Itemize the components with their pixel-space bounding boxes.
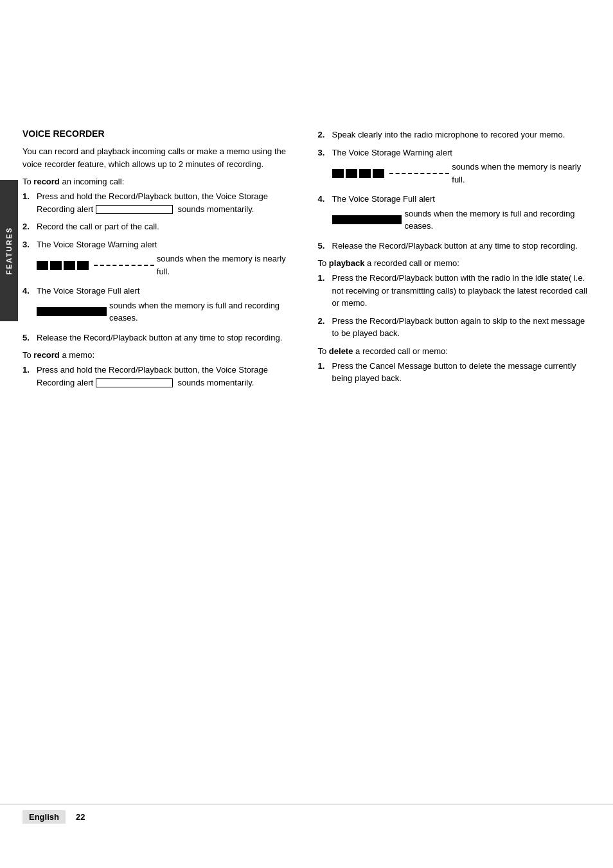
playback-list: 1. Press the Record/Playback button with… <box>318 272 588 340</box>
record-memo-list: 1. Press and hold the Record/Playback bu… <box>22 364 292 389</box>
bold-record: record <box>33 177 59 186</box>
left-column: VOICE RECORDER You can record and playba… <box>22 128 292 791</box>
list-item: 2. Record the call or part of the call. <box>22 220 292 233</box>
page-container: FEATURES VOICE RECORDER You can record a… <box>0 0 613 868</box>
to-playback-label: To playback a recorded call or memo: <box>318 258 588 268</box>
bold-record-memo: record <box>33 350 59 360</box>
step-content: Press the Cancel Message button to delet… <box>332 360 588 385</box>
step-num: 4. <box>22 285 37 297</box>
intro-text: You can record and playback incoming cal… <box>22 145 292 170</box>
sq1 <box>332 169 344 178</box>
footer: English 22 <box>0 804 613 829</box>
step-content: Press and hold the Record/Playback butto… <box>37 364 292 389</box>
step-num: 3. <box>318 146 332 159</box>
list-item: 5. Release the Record/Playback button at… <box>22 332 292 344</box>
step-num: 4. <box>318 193 332 206</box>
alert-outline-icon <box>96 378 173 387</box>
bold-playback: playback <box>329 258 365 268</box>
alert-squares-icon <box>37 261 89 270</box>
warning-alert-right: sounds when the memory is nearly full. <box>332 161 588 186</box>
sq3 <box>64 261 75 270</box>
section-title: VOICE RECORDER <box>22 128 292 139</box>
step-content: The Voice Storage Full alert sounds when… <box>332 193 588 235</box>
list-item: 3. The Voice Storage Warning alert so <box>22 238 292 280</box>
alert-outline-icon <box>96 205 173 214</box>
to-record-call-label: To record an incoming call: <box>22 177 292 186</box>
step-content: The Voice Storage Warning alert sounds w… <box>37 238 292 280</box>
list-item: 2. Press the Record/Playback button agai… <box>318 315 588 340</box>
sq2 <box>50 261 62 270</box>
list-item: 1. Press the Record/Playback button with… <box>318 272 588 310</box>
alert-squares-icon <box>332 169 384 178</box>
sq1 <box>37 261 48 270</box>
step-num: 1. <box>22 364 37 376</box>
sq2 <box>346 169 357 178</box>
step-num: 2. <box>318 128 332 141</box>
list-item: 4. The Voice Storage Full alert sounds w… <box>318 193 588 235</box>
step-num: 1. <box>22 190 37 203</box>
step-content: Press the Record/Playback button again t… <box>332 315 588 340</box>
list-item: 2. Speak clearly into the radio micropho… <box>318 128 588 141</box>
step-num: 1. <box>318 272 332 285</box>
step-content: Speak clearly into the radio microphone … <box>332 128 588 141</box>
sidebar-features: FEATURES <box>0 180 18 321</box>
dashed-line <box>389 173 450 174</box>
step-num: 2. <box>22 220 37 233</box>
footer-language: English <box>22 810 66 824</box>
step-num: 5. <box>318 240 332 252</box>
full-alert: sounds when the memory is full and recor… <box>37 299 292 324</box>
step-content: The Voice Storage Full alert sounds when… <box>37 285 292 326</box>
sq4 <box>373 169 384 178</box>
bold-delete: delete <box>329 346 353 356</box>
right-column: 2. Speak clearly into the radio micropho… <box>318 128 588 791</box>
step-num: 2. <box>318 315 332 328</box>
to-record-memo-label: To record a memo: <box>22 350 292 360</box>
to-delete-label: To delete a recorded call or memo: <box>318 346 588 356</box>
list-item: 1. Press the Cancel Message button to de… <box>318 360 588 385</box>
step-content: Press and hold the Record/Playback butto… <box>37 190 292 215</box>
list-item: 1. Press and hold the Record/Playback bu… <box>22 364 292 389</box>
step-content: The Voice Storage Warning alert sounds w… <box>332 146 588 188</box>
list-item: 1. Press and hold the Record/Playback bu… <box>22 190 292 215</box>
list-item: 4. The Voice Storage Full alert sounds w… <box>22 285 292 326</box>
list-item: 3. The Voice Storage Warning alert so <box>318 146 588 188</box>
step-num: 5. <box>22 332 37 344</box>
delete-list: 1. Press the Cancel Message button to de… <box>318 360 588 385</box>
dashed-line <box>94 265 154 266</box>
step-content: Record the call or part of the call. <box>37 220 292 233</box>
record-call-list: 1. Press and hold the Record/Playback bu… <box>22 190 292 344</box>
alert-filled-icon <box>37 307 107 316</box>
step-content: Press the Record/Playback button with th… <box>332 272 588 310</box>
step-num: 1. <box>318 360 332 373</box>
step-content: Release the Record/Playback button at an… <box>332 240 588 252</box>
warning-alert: sounds when the memory is nearly full. <box>37 252 292 278</box>
step-num: 3. <box>22 238 37 251</box>
sidebar-label-text: FEATURES <box>5 227 13 274</box>
main-content: VOICE RECORDER You can record and playba… <box>22 128 587 791</box>
sq3 <box>359 169 371 178</box>
step-content: Release the Record/Playback button at an… <box>37 332 292 344</box>
full-alert-right: sounds when the memory is full and recor… <box>332 208 588 233</box>
right-steps-list: 2. Speak clearly into the radio micropho… <box>318 128 588 252</box>
sq4 <box>77 261 89 270</box>
list-item: 5. Release the Record/Playback button at… <box>318 240 588 252</box>
footer-page-number: 22 <box>76 812 85 822</box>
alert-filled-icon <box>332 215 402 224</box>
